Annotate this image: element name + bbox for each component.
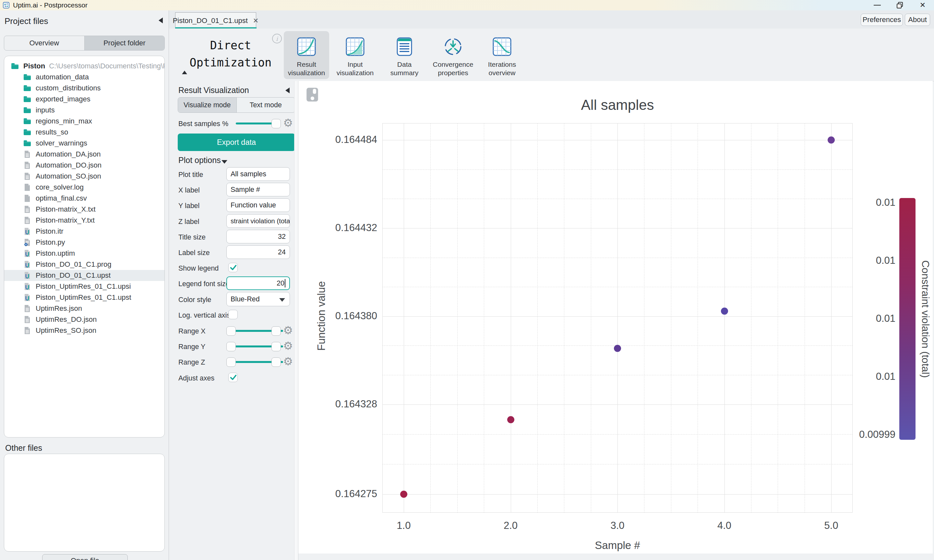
tree-item[interactable]: Automation_DO.json bbox=[4, 160, 165, 171]
range-x-slider-handle-min[interactable] bbox=[227, 326, 236, 336]
toolbar-button-input-visualization[interactable]: Inputvisualization bbox=[333, 31, 378, 79]
minimize-button[interactable] bbox=[866, 0, 889, 10]
folder-icon bbox=[23, 128, 31, 137]
toolbar-button-result-visualization[interactable]: Resultvisualization bbox=[284, 31, 329, 79]
y-axis-label: Function value bbox=[315, 268, 328, 365]
tree-item[interactable]: Automation_SO.json bbox=[4, 171, 165, 182]
gridline-minor-vertical bbox=[430, 123, 431, 513]
range-y-slider-handle-max[interactable] bbox=[271, 342, 281, 351]
tree-item[interactable]: Piston-matrix_Y.txt bbox=[4, 215, 165, 226]
z-label-input[interactable]: straint violation (total) bbox=[227, 214, 290, 228]
tree-item[interactable]: inputs bbox=[4, 105, 165, 116]
gridline-minor-vertical bbox=[671, 123, 671, 513]
tree-item[interactable]: Piston.py bbox=[4, 237, 165, 248]
save-icon[interactable] bbox=[306, 88, 319, 102]
tree-item-root[interactable]: PistonC:\Users\tomas\Documents\Testing\P… bbox=[4, 61, 165, 72]
maximize-button[interactable] bbox=[889, 0, 911, 10]
plot-options-label[interactable]: Plot options bbox=[178, 155, 221, 165]
tree-item[interactable]: solver_warnings bbox=[4, 138, 165, 149]
range-z-gear-icon[interactable]: ⚙ bbox=[283, 356, 293, 367]
tree-item-label: Piston_DO_01_C1.prog bbox=[35, 260, 112, 269]
tab-close-icon[interactable]: ✕ bbox=[253, 17, 259, 25]
show-legend-label: Show legend bbox=[178, 265, 219, 272]
tree-item-label: custom_distributions bbox=[35, 84, 101, 92]
label-size-input[interactable]: 24 bbox=[227, 245, 290, 259]
tab-visualize-mode[interactable]: Visualize mode bbox=[178, 97, 237, 112]
panel-collapse-icon[interactable] bbox=[285, 88, 290, 93]
x-label-input[interactable]: Sample # bbox=[227, 183, 290, 196]
info-icon[interactable]: i bbox=[272, 34, 282, 43]
file-icon bbox=[23, 326, 31, 335]
range-x-slider-handle-max[interactable] bbox=[271, 326, 281, 336]
mode-toolbar: Direct Optimization i Resultvisualizatio… bbox=[169, 29, 934, 82]
tree-item-label: Automation_SO.json bbox=[35, 172, 101, 180]
collapse-toolbar-icon[interactable] bbox=[182, 71, 187, 74]
document-tab[interactable]: Piston_DO_01_C1.upst ✕ bbox=[175, 12, 256, 29]
title-size-input[interactable]: 32 bbox=[227, 230, 290, 243]
best-samples-slider-handle[interactable] bbox=[271, 119, 281, 128]
tree-item[interactable]: UptimRes.json bbox=[4, 303, 165, 314]
plot-options-caret-icon bbox=[222, 160, 227, 164]
adjust-axes-checkbox[interactable] bbox=[228, 373, 238, 382]
toolbar-button-iterations-overview[interactable]: Iterationsoverview bbox=[479, 31, 525, 79]
colorbar-tick-label: 0.01 bbox=[818, 255, 895, 266]
range-z-label: Range Z bbox=[178, 358, 205, 366]
sidebar-title: Project files bbox=[5, 16, 48, 26]
chart-title: All samples bbox=[382, 97, 852, 113]
tree-item[interactable]: Automation_DA.json bbox=[4, 149, 165, 160]
sidebar-collapse-icon[interactable] bbox=[159, 17, 163, 23]
y-label-input[interactable]: Function value bbox=[227, 198, 290, 212]
tree-item[interactable]: exported_images bbox=[4, 94, 165, 105]
range-z-slider-handle-max[interactable] bbox=[271, 357, 281, 367]
tree-item-label: Piston-matrix_Y.txt bbox=[35, 216, 95, 225]
log-vertical-axis-checkbox[interactable] bbox=[228, 310, 238, 319]
tree-item[interactable]: UptimRes_DO.json bbox=[4, 314, 165, 325]
tree-item[interactable]: Piston-matrix_X.txt bbox=[4, 204, 165, 215]
close-button[interactable]: ✕ bbox=[911, 0, 934, 10]
tree-item[interactable]: Piston_UptimRes_01_C1.upsi bbox=[4, 281, 165, 292]
color-style-select[interactable]: Blue-Red bbox=[227, 292, 290, 306]
chevron-down-icon bbox=[279, 298, 285, 302]
range-y-slider-handle-min[interactable] bbox=[227, 342, 236, 351]
range-z-slider-handle-min[interactable] bbox=[227, 357, 236, 367]
plot-title-input[interactable]: All samples bbox=[227, 167, 290, 181]
tab-text-mode[interactable]: Text mode bbox=[237, 97, 295, 112]
tab-overview[interactable]: Overview bbox=[4, 36, 85, 50]
preferences-button[interactable]: Preferences bbox=[861, 14, 903, 26]
tree-item[interactable]: regions_min_max bbox=[4, 116, 165, 127]
range-x-label: Range X bbox=[178, 327, 206, 335]
file-icon bbox=[23, 249, 31, 258]
other-files-panel bbox=[4, 454, 165, 552]
range-x-gear-icon[interactable]: ⚙ bbox=[283, 325, 293, 336]
label-size-label: Label size bbox=[178, 249, 210, 257]
show-legend-checkbox[interactable] bbox=[228, 263, 238, 272]
legend-font-size-input[interactable]: 20 bbox=[227, 277, 290, 290]
tree-item-label: inputs bbox=[35, 106, 55, 114]
tree-item[interactable]: results_so bbox=[4, 127, 165, 138]
tree-item[interactable]: Piston.uptim bbox=[4, 248, 165, 259]
open-file-button[interactable]: Open file bbox=[42, 554, 128, 560]
about-button[interactable]: About bbox=[905, 14, 930, 26]
range-y-gear-icon[interactable]: ⚙ bbox=[283, 340, 293, 351]
tree-item[interactable]: UptimRes_SO.json bbox=[4, 325, 165, 336]
folder-icon bbox=[23, 139, 31, 148]
tree-item[interactable]: Piston_DO_01_C1.upst bbox=[4, 270, 165, 281]
tree-item[interactable]: custom_distributions bbox=[4, 83, 165, 94]
toolbar-button-data-summary[interactable]: Datasummary bbox=[382, 31, 427, 79]
file-icon bbox=[23, 227, 31, 235]
toolbar-button-convergence-properties[interactable]: Convergenceproperties bbox=[430, 31, 476, 79]
tab-project-folder[interactable]: Project folder bbox=[85, 36, 165, 50]
file-icon bbox=[23, 205, 31, 214]
tree-item[interactable]: automation_data bbox=[4, 72, 165, 83]
tree-item[interactable]: core_solver.log bbox=[4, 182, 165, 193]
tree-item[interactable]: Piston_UptimRes_01_C1.upst bbox=[4, 292, 165, 303]
best-samples-gear-icon[interactable]: ⚙ bbox=[283, 117, 293, 128]
document-tab-label: Piston_DO_01_C1.upst bbox=[173, 17, 248, 25]
tree-item[interactable]: Piston.itr bbox=[4, 226, 165, 237]
export-data-button[interactable]: Export data bbox=[178, 134, 295, 151]
tree-item[interactable]: Piston_DO_01_C1.prog bbox=[4, 259, 165, 270]
tree-item-label: Piston_DO_01_C1.upst bbox=[35, 271, 111, 280]
convergence-properties-icon bbox=[443, 36, 464, 57]
tree-item-label: UptimRes_DO.json bbox=[35, 315, 97, 324]
tree-item[interactable]: optima_final.csv bbox=[4, 193, 165, 204]
